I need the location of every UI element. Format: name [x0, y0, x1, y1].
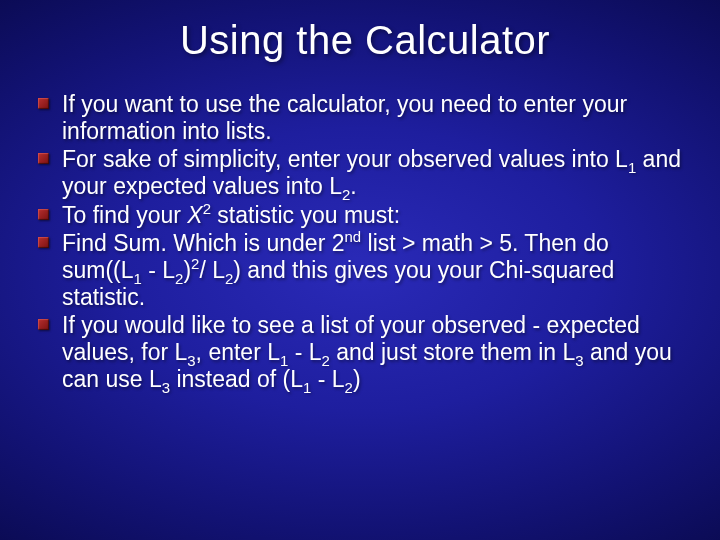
list-item: If you want to use the calculator, you n…: [38, 91, 692, 145]
list-item: For sake of simplicity, enter your obser…: [38, 146, 692, 200]
list-item: To find your X2 statistic you must:: [38, 202, 692, 229]
list-item: Find Sum. Which is under 2nd list > math…: [38, 230, 692, 311]
slide-title: Using the Calculator: [38, 18, 692, 63]
list-item: If you would like to see a list of your …: [38, 312, 692, 393]
bullet-list: If you want to use the calculator, you n…: [38, 91, 692, 393]
slide: Using the Calculator If you want to use …: [0, 0, 720, 540]
